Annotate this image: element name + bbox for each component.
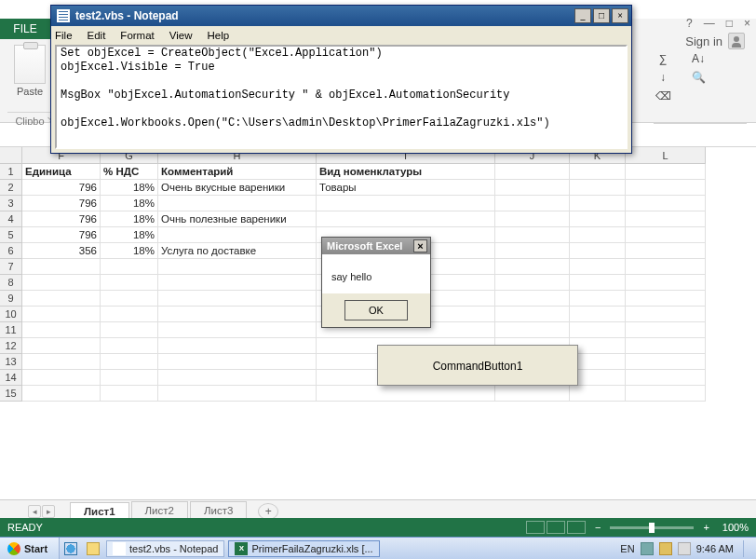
cell[interactable] bbox=[495, 307, 570, 322]
row-header[interactable]: 4 bbox=[0, 211, 22, 227]
sign-in[interactable]: Sign in bbox=[685, 33, 745, 49]
cell[interactable]: 18% bbox=[101, 180, 158, 196]
quick-launch-explorer[interactable] bbox=[84, 540, 102, 557]
message-box[interactable]: Microsoft Excel × say hello OK bbox=[321, 237, 431, 328]
tray-clock[interactable]: 9:46 AM bbox=[696, 543, 734, 554]
cell[interactable] bbox=[626, 227, 706, 243]
message-box-titlebar[interactable]: Microsoft Excel × bbox=[322, 238, 430, 254]
cell[interactable] bbox=[626, 196, 706, 211]
cell[interactable]: 18% bbox=[101, 227, 158, 243]
row-header[interactable]: 10 bbox=[0, 307, 22, 322]
cell[interactable] bbox=[495, 196, 570, 211]
cell[interactable] bbox=[570, 338, 626, 354]
select-all-corner[interactable] bbox=[0, 147, 22, 164]
cell[interactable] bbox=[101, 275, 158, 291]
menu-item[interactable]: Help bbox=[208, 30, 230, 41]
close-icon[interactable]: × bbox=[744, 17, 750, 35]
cell[interactable] bbox=[101, 354, 158, 370]
cell[interactable] bbox=[570, 164, 626, 180]
cell[interactable]: Очень вкусные вареники bbox=[158, 180, 317, 196]
message-box-close-button[interactable]: × bbox=[413, 239, 427, 252]
cell[interactable] bbox=[495, 243, 570, 259]
menu-item[interactable]: Edit bbox=[88, 30, 106, 41]
cell[interactable]: 18% bbox=[101, 211, 158, 227]
notepad-window[interactable]: test2.vbs - Notepad _ □ × FileEditFormat… bbox=[50, 5, 632, 154]
cell[interactable]: 796 bbox=[22, 211, 101, 227]
cell[interactable] bbox=[101, 386, 158, 402]
cell[interactable] bbox=[22, 275, 101, 291]
cell[interactable] bbox=[495, 211, 570, 227]
cell[interactable] bbox=[317, 386, 495, 402]
menu-item[interactable]: View bbox=[169, 30, 193, 41]
cell[interactable]: % НДС bbox=[101, 164, 158, 180]
row-header[interactable]: 7 bbox=[0, 259, 22, 275]
notepad-menu[interactable]: FileEditFormatViewHelp bbox=[51, 26, 631, 45]
sort-filter-icon[interactable]: A↓ bbox=[689, 52, 708, 65]
message-box-ok-button[interactable]: OK bbox=[344, 300, 408, 320]
cell[interactable] bbox=[570, 354, 626, 370]
cell[interactable] bbox=[158, 370, 317, 386]
cell[interactable]: 18% bbox=[101, 196, 158, 211]
row-header[interactable]: 8 bbox=[0, 275, 22, 291]
cell[interactable]: Очнь полезные вареники bbox=[158, 211, 317, 227]
cell[interactable] bbox=[101, 259, 158, 275]
cell[interactable] bbox=[626, 386, 706, 402]
view-buttons[interactable] bbox=[526, 521, 586, 534]
cell[interactable] bbox=[626, 259, 706, 275]
cell[interactable]: 18% bbox=[101, 243, 158, 259]
autosum-icon[interactable]: ∑ bbox=[654, 52, 672, 65]
zoom-value[interactable]: 100% bbox=[722, 522, 749, 533]
page-break-view-icon[interactable] bbox=[567, 521, 586, 534]
new-sheet-button[interactable]: + bbox=[258, 503, 278, 520]
paste-label[interactable]: Paste bbox=[7, 86, 52, 97]
page-layout-view-icon[interactable] bbox=[547, 521, 565, 534]
fill-icon[interactable]: ↓ bbox=[654, 71, 672, 84]
normal-view-icon[interactable] bbox=[526, 521, 545, 534]
cell[interactable] bbox=[101, 370, 158, 386]
cell[interactable] bbox=[570, 196, 626, 211]
cell[interactable] bbox=[158, 338, 317, 354]
notepad-titlebar[interactable]: test2.vbs - Notepad _ □ × bbox=[51, 6, 631, 26]
cell[interactable] bbox=[22, 370, 101, 386]
cell[interactable] bbox=[158, 291, 317, 307]
cell[interactable]: 356 bbox=[22, 243, 101, 259]
cell[interactable] bbox=[626, 211, 706, 227]
cell[interactable] bbox=[22, 338, 101, 354]
cell[interactable] bbox=[495, 275, 570, 291]
cell[interactable] bbox=[158, 275, 317, 291]
paste-icon[interactable] bbox=[14, 45, 46, 84]
cell[interactable] bbox=[570, 307, 626, 322]
cell[interactable]: Товары bbox=[317, 180, 495, 196]
cell[interactable] bbox=[626, 291, 706, 307]
row-header[interactable]: 15 bbox=[0, 386, 22, 402]
menu-item[interactable]: File bbox=[55, 30, 73, 41]
column-header[interactable]: L bbox=[626, 147, 706, 164]
zoom-out-button[interactable]: − bbox=[595, 522, 601, 533]
tray-lang[interactable]: EN bbox=[620, 543, 634, 554]
row-header[interactable]: 11 bbox=[0, 322, 22, 338]
menu-item[interactable]: Format bbox=[120, 30, 154, 41]
cell[interactable] bbox=[317, 196, 495, 211]
cell[interactable] bbox=[570, 259, 626, 275]
cell[interactable]: 796 bbox=[22, 227, 101, 243]
cell[interactable] bbox=[626, 164, 706, 180]
cell[interactable] bbox=[495, 259, 570, 275]
cell[interactable] bbox=[570, 322, 626, 338]
cell[interactable] bbox=[158, 259, 317, 275]
cell[interactable] bbox=[101, 307, 158, 322]
file-tab[interactable]: FILE bbox=[0, 19, 50, 39]
row-header[interactable]: 3 bbox=[0, 196, 22, 211]
zoom-in-button[interactable]: + bbox=[703, 522, 709, 533]
cell[interactable] bbox=[158, 196, 317, 211]
cell[interactable] bbox=[570, 370, 626, 386]
row-headers[interactable]: 123456789101112131415 bbox=[0, 164, 22, 402]
cell[interactable] bbox=[570, 275, 626, 291]
cell[interactable] bbox=[570, 180, 626, 196]
cell[interactable] bbox=[495, 227, 570, 243]
clear-icon[interactable]: ⌫ bbox=[654, 89, 672, 102]
cell[interactable] bbox=[570, 227, 626, 243]
quick-launch-ie[interactable] bbox=[61, 540, 80, 557]
zoom-slider[interactable] bbox=[610, 526, 694, 529]
cell[interactable] bbox=[626, 370, 706, 386]
cell[interactable] bbox=[495, 386, 570, 402]
